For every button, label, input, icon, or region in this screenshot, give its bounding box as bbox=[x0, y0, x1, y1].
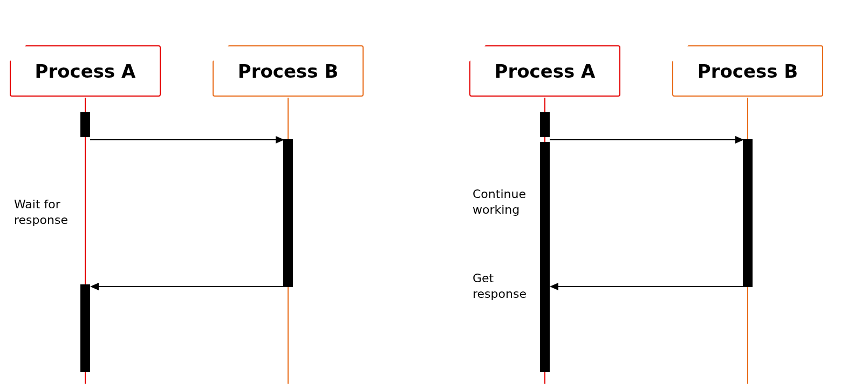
svg-marker-1 bbox=[276, 136, 284, 144]
svg-marker-3 bbox=[90, 283, 99, 290]
right-act-a-top bbox=[540, 112, 550, 137]
left-header-process-a-label: Process A bbox=[35, 60, 136, 82]
sequence-diagram-pair: Process A Process B Wait for response Pr… bbox=[0, 0, 868, 388]
left-arrow-request bbox=[90, 136, 284, 144]
right-header-process-a: Process A bbox=[469, 45, 620, 97]
right-act-b bbox=[743, 139, 753, 287]
left-note-wait-line2: response bbox=[14, 213, 68, 227]
right-note-get-line2: response bbox=[473, 287, 527, 301]
left-note-wait-line1: Wait for bbox=[14, 198, 60, 211]
right-note-get: Get response bbox=[473, 271, 543, 302]
right-arrow-request bbox=[550, 136, 744, 144]
left-note-wait: Wait for response bbox=[14, 197, 84, 228]
right-note-continue: Continue working bbox=[473, 187, 543, 217]
right-note-get-line1: Get bbox=[473, 271, 494, 285]
right-arrow-response bbox=[550, 283, 744, 290]
left-header-process-a: Process A bbox=[10, 45, 161, 97]
left-header-process-b: Process B bbox=[213, 45, 364, 97]
right-note-continue-line2: working bbox=[473, 203, 520, 216]
left-act-a-top bbox=[80, 112, 90, 137]
svg-marker-7 bbox=[550, 283, 558, 290]
left-act-b bbox=[283, 139, 293, 287]
left-arrow-response bbox=[90, 283, 284, 290]
right-act-a-long bbox=[540, 142, 550, 372]
right-note-continue-line1: Continue bbox=[473, 187, 526, 201]
svg-marker-5 bbox=[735, 136, 744, 144]
right-header-process-b-label: Process B bbox=[698, 60, 798, 82]
right-header-process-b: Process B bbox=[672, 45, 823, 97]
right-header-process-a-label: Process A bbox=[495, 60, 596, 82]
left-act-a-bottom bbox=[80, 284, 90, 372]
left-header-process-b-label: Process B bbox=[238, 60, 339, 82]
